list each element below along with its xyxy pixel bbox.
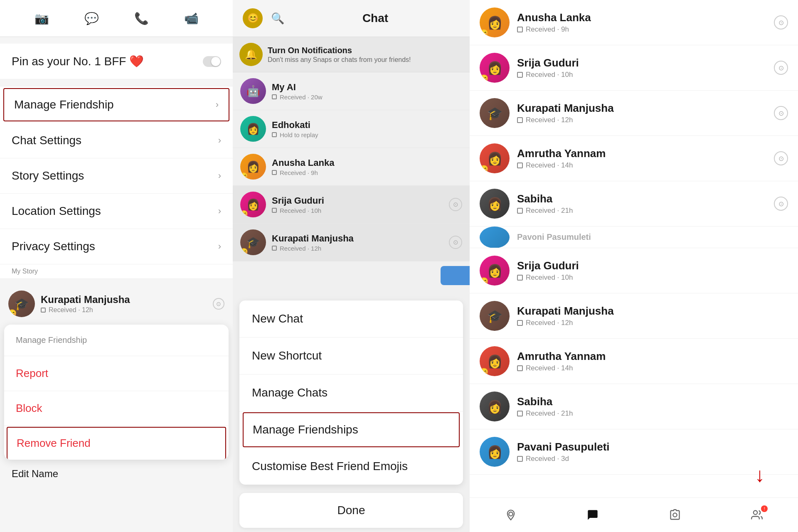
svg-point-2 — [754, 511, 757, 515]
chat-list-item[interactable]: 👩 Edhokati Hold to replay — [233, 110, 470, 148]
manage-friendships-item[interactable]: Manage Friendships — [243, 412, 460, 447]
avatar-emoji-overlay: 😊 — [8, 309, 17, 317]
right-chat-item[interactable]: 🎓 Kurapati Manjusha Received · 12h — [470, 293, 798, 339]
chat-list-item[interactable]: 🎓😊 Kurapati Manjusha Received · 12h ⊙ — [233, 224, 470, 261]
friend-camera-btn[interactable]: ⊙ — [213, 298, 224, 310]
right-item-info: Srija Guduri Received · 10h — [517, 259, 788, 282]
right-item-info: Amrutha Yannam Received · 14h — [517, 147, 766, 170]
customise-emojis-item[interactable]: Customise Best Friend Emojis — [239, 448, 463, 485]
avatar-emoji: 😊 — [480, 29, 488, 37]
right-chat-item[interactable]: 👩 Pavani Pasupuleti Received · 3d — [470, 429, 798, 475]
edit-name-label[interactable]: Edit Name — [0, 460, 233, 488]
manage-friendship-header: Manage Friendship — [4, 325, 229, 356]
right-chat-item[interactable]: 🎓 Kurapati Manjusha Received · 12h ⊙ — [470, 91, 798, 136]
chat-item-name: Kurapati Manjusha — [272, 233, 443, 244]
blue-peek-btn[interactable] — [441, 266, 470, 285]
camera-btn[interactable]: ⊙ — [774, 61, 788, 75]
chat-list-item[interactable]: 👩😊 Srija Guduri Received · 10h ⊙ — [233, 186, 470, 224]
video-icon[interactable]: 📹 — [180, 7, 202, 29]
right-item-status: Received · 12h — [517, 116, 766, 124]
chat-item-name: Anusha Lanka — [272, 158, 462, 168]
bottom-nav: ! — [470, 498, 798, 532]
done-button[interactable]: Done — [239, 493, 463, 528]
location-settings-item[interactable]: Location Settings › — [0, 194, 233, 229]
chat-title: Chat — [291, 12, 460, 25]
camera-icon[interactable]: 📷 — [31, 7, 52, 29]
chat-item-info: Edhokati Hold to replay — [272, 120, 462, 138]
new-shortcut-item[interactable]: New Shortcut — [239, 337, 463, 374]
chat-item-name: Edhokati — [272, 120, 462, 131]
camera-btn[interactable]: ⊙ — [449, 198, 462, 211]
right-chat-item[interactable]: 👩😊 Anusha Lanka Received · 9h ⊙ — [470, 0, 798, 45]
svg-point-1 — [673, 513, 677, 517]
right-item-name: Pavani Pasupuleti — [517, 441, 788, 453]
status-icon — [272, 208, 277, 213]
chat-item-status: Received · 12h — [272, 245, 443, 252]
right-item-info: Anusha Lanka Received · 9h — [517, 11, 766, 34]
right-avatar: 👩😊 — [480, 7, 510, 37]
nav-friends[interactable]: ! — [744, 505, 769, 525]
chat-settings-item[interactable]: Chat Settings › — [0, 123, 233, 158]
pin-bff-row[interactable]: Pin as your No. 1 BFF ❤️ — [0, 44, 233, 79]
camera-btn[interactable]: ⊙ — [774, 151, 788, 165]
block-item[interactable]: Block — [4, 391, 229, 426]
right-item-status: Received · 12h — [517, 319, 788, 327]
right-item-name: Amrutha Yannam — [517, 350, 788, 363]
chat-item-info: Srija Guduri Received · 10h — [272, 195, 443, 214]
story-settings-item[interactable]: Story Settings › — [0, 158, 233, 194]
new-chat-item[interactable]: New Chat — [239, 300, 463, 337]
nav-location[interactable] — [498, 505, 523, 525]
chat-header: 😊 🔍 Chat — [233, 0, 470, 37]
avatar-emoji-corner: 😊 — [240, 172, 248, 180]
right-avatar — [480, 227, 510, 248]
right-chat-item[interactable]: 👩😊 Srija Guduri Received · 10h — [470, 248, 798, 293]
nav-camera[interactable] — [663, 505, 687, 525]
right-item-info: Amrutha Yannam Received · 14h — [517, 350, 788, 372]
right-item-status: Received · 14h — [517, 161, 766, 170]
remove-friend-label: Remove Friend — [17, 437, 91, 449]
nav-chat[interactable] — [580, 505, 605, 525]
right-avatar: 👩😊 — [480, 53, 510, 83]
camera-btn[interactable]: ⊙ — [774, 197, 788, 211]
camera-btn[interactable]: ⊙ — [774, 106, 788, 120]
right-chat-item[interactable]: 👩 Sabiha Received · 21h — [470, 384, 798, 429]
status-icon — [517, 275, 523, 281]
right-item-name: Pavoni Pasumuleti — [517, 232, 788, 242]
right-chat-item[interactable]: Pavoni Pasumuleti — [470, 227, 798, 248]
camera-btn[interactable]: ⊙ — [449, 236, 462, 249]
friendship-dropdown: Manage Friendship Report Block Remove Fr… — [4, 325, 229, 460]
notification-banner[interactable]: 🔔 Turn On Notifications Don't miss any S… — [233, 37, 470, 72]
privacy-sublabel: My Story — [0, 264, 233, 278]
right-item-name: Sabiha — [517, 192, 766, 205]
camera-btn[interactable]: ⊙ — [774, 15, 788, 30]
search-icon[interactable]: 🔍 — [271, 12, 284, 25]
remove-friend-item[interactable]: Remove Friend — [7, 427, 226, 459]
right-chat-item[interactable]: 👩😊 Amrutha Yannam Received · 14h — [470, 339, 798, 384]
manage-friendship-item[interactable]: Manage Friendship › — [3, 88, 229, 121]
chat-settings-label: Chat Settings — [12, 134, 81, 147]
chat-item-info: Anusha Lanka Received · 9h — [272, 158, 462, 176]
chat-list-item[interactable]: 🤖 My AI Received · 20w — [233, 72, 470, 110]
status-icon — [517, 411, 523, 416]
right-chat-item[interactable]: 👩😊 Srija Guduri Received · 10h ⊙ — [470, 45, 798, 91]
my-ai-avatar: 🤖 — [240, 78, 266, 104]
settings-menu-list: Manage Friendship › Chat Settings › Stor… — [0, 86, 233, 279]
chevron-right-icon: › — [218, 135, 221, 146]
status-icon — [272, 94, 277, 99]
report-item[interactable]: Report — [4, 356, 229, 391]
right-chat-item[interactable]: 👩😊 Amrutha Yannam Received · 14h ⊙ — [470, 136, 798, 181]
phone-icon[interactable]: 📞 — [131, 7, 152, 29]
manage-chats-item[interactable]: Manage Chats — [239, 374, 463, 411]
friend-info: Kurapati Manjusha Received · 12h — [41, 294, 213, 314]
left-panel: 📷 💬 📞 📹 Pin as your No. 1 BFF ❤️ Manage … — [0, 0, 233, 532]
right-item-name: Amrutha Yannam — [517, 147, 766, 160]
edhokati-avatar: 👩 — [240, 116, 266, 142]
manage-friendship-label: Manage Friendship — [14, 98, 114, 111]
right-chat-item[interactable]: 👩 Sabiha Received · 21h ⊙ — [470, 181, 798, 227]
privacy-settings-item[interactable]: Privacy Settings › — [0, 229, 233, 264]
status-icon — [272, 170, 277, 175]
chat-icon[interactable]: 💬 — [81, 7, 102, 29]
right-item-status: Received · 3d — [517, 455, 788, 463]
notif-title: Turn On Notifications — [268, 46, 463, 55]
chat-list-item[interactable]: 👩😊 Anusha Lanka Received · 9h — [233, 148, 470, 186]
